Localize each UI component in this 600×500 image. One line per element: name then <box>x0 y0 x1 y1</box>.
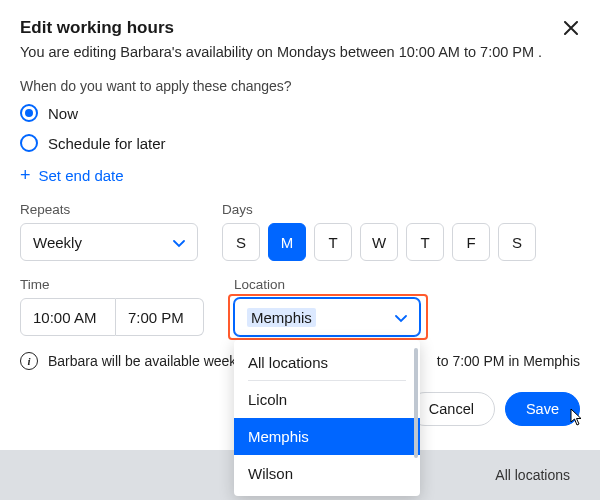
radio-icon <box>20 104 38 122</box>
radio-schedule-later[interactable]: Schedule for later <box>20 134 580 152</box>
info-icon: i <box>20 352 38 370</box>
close-icon[interactable] <box>562 18 580 40</box>
apply-question: When do you want to apply these changes? <box>20 78 580 94</box>
time-label: Time <box>20 277 204 292</box>
day-t2[interactable]: T <box>406 223 444 261</box>
location-select[interactable]: Memphis <box>234 298 420 336</box>
radio-now[interactable]: Now <box>20 104 580 122</box>
day-t[interactable]: T <box>314 223 352 261</box>
days-label: Days <box>222 202 536 217</box>
location-value: Memphis <box>247 308 316 327</box>
chevron-down-icon <box>395 309 407 326</box>
note-text-left: Barbara will be available weekly <box>48 353 246 369</box>
time-end-input[interactable]: 7:00 PM <box>116 298 204 336</box>
day-m[interactable]: M <box>268 223 306 261</box>
location-option-memphis[interactable]: Memphis <box>234 418 420 455</box>
location-option-all[interactable]: All locations <box>234 344 420 381</box>
save-button[interactable]: Save <box>505 392 580 426</box>
set-end-date-button[interactable]: + Set end date <box>20 166 580 184</box>
days-group: S M T W T F S <box>222 223 536 261</box>
radio-later-label: Schedule for later <box>48 135 166 152</box>
repeats-label: Repeats <box>20 202 198 217</box>
set-end-label: Set end date <box>39 167 124 184</box>
location-label: Location <box>234 277 420 292</box>
chevron-down-icon <box>173 234 185 251</box>
day-f[interactable]: F <box>452 223 490 261</box>
dialog-title: Edit working hours <box>20 18 174 38</box>
footer-loc: All locations <box>495 467 570 483</box>
repeats-value: Weekly <box>33 234 82 251</box>
radio-icon <box>20 134 38 152</box>
location-option-wilson[interactable]: Wilson <box>234 455 420 492</box>
location-option-licoln[interactable]: Licoln <box>234 381 420 418</box>
location-dropdown: All locations Licoln Memphis Wilson <box>234 340 420 496</box>
day-s2[interactable]: S <box>498 223 536 261</box>
note-text-right: to 7:00 PM in Memphis <box>437 353 580 369</box>
dialog: Edit working hours You are editing Barba… <box>0 0 600 426</box>
dialog-subtitle: You are editing Barbara's availability o… <box>20 44 580 60</box>
day-w[interactable]: W <box>360 223 398 261</box>
time-start-input[interactable]: 10:00 AM <box>20 298 116 336</box>
repeats-select[interactable]: Weekly <box>20 223 198 261</box>
scrollbar[interactable] <box>414 348 418 458</box>
day-s[interactable]: S <box>222 223 260 261</box>
cancel-button[interactable]: Cancel <box>408 392 495 426</box>
plus-icon: + <box>20 166 31 184</box>
cursor-icon <box>569 408 585 429</box>
radio-now-label: Now <box>48 105 78 122</box>
